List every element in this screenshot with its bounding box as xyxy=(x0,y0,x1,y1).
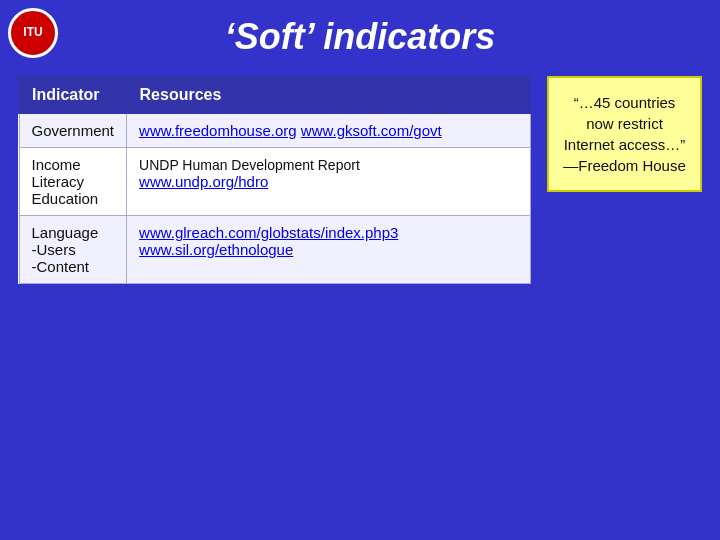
indicator-language: Language -Users -Content xyxy=(19,216,127,284)
resources-government: www.freedomhouse.org www.gksoft.com/govt xyxy=(127,113,530,148)
table-container: Indicator Resources Government www.freed… xyxy=(18,76,531,284)
link-freedomhouse[interactable]: www.freedomhouse.org xyxy=(139,122,297,139)
logo-text: ITU xyxy=(23,26,42,39)
page-title: ‘Soft’ indicators xyxy=(0,0,720,76)
col-header-indicator: Indicator xyxy=(19,77,127,113)
col-header-resources: Resources xyxy=(127,77,530,113)
indicator-income-literacy-education: Income Literacy Education xyxy=(19,148,127,216)
link-sil[interactable]: www.sil.org/ethnologue xyxy=(139,241,293,258)
content-area: Indicator Resources Government www.freed… xyxy=(0,76,720,284)
resources-undp: UNDP Human Development Report www.undp.o… xyxy=(127,148,530,216)
resources-language: www.glreach.com/globstats/index.php3 www… xyxy=(127,216,530,284)
logo: ITU xyxy=(8,8,58,58)
table-row: Language -Users -Content www.glreach.com… xyxy=(19,216,530,284)
table-row: Government www.freedomhouse.org www.gkso… xyxy=(19,113,530,148)
quote-box: “…45 countries now restrict Internet acc… xyxy=(547,76,702,192)
undp-text: UNDP Human Development Report xyxy=(139,157,360,173)
indicator-government: Government xyxy=(19,113,127,148)
link-undp[interactable]: www.undp.org/hdro xyxy=(139,173,268,190)
table-row: Income Literacy Education UNDP Human Dev… xyxy=(19,148,530,216)
indicators-table: Indicator Resources Government www.freed… xyxy=(18,76,531,284)
link-glreach[interactable]: www.glreach.com/globstats/index.php3 xyxy=(139,224,398,241)
link-gksoft[interactable]: www.gksoft.com/govt xyxy=(301,122,442,139)
